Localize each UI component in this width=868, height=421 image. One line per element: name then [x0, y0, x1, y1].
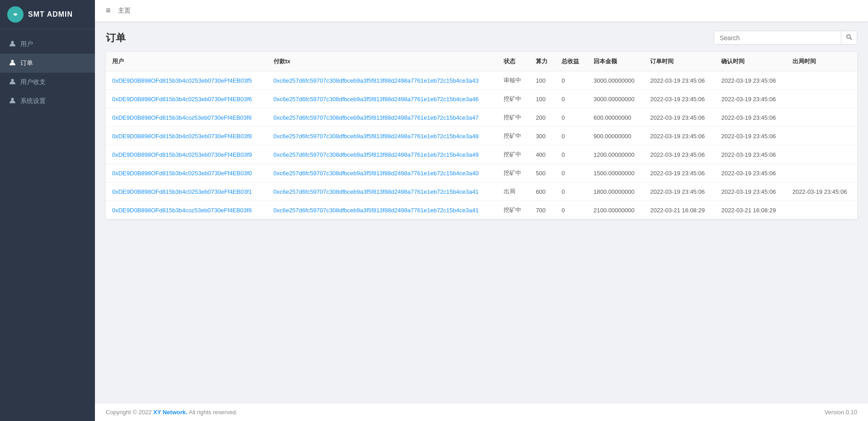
cell-tx[interactable]: 0xc6e257d6fc59707c308dfbceb9a3f5f813f88d… [267, 182, 498, 201]
cell-hashrate: 600 [529, 182, 555, 201]
table-row: 0xDE9D0B898OFd815b3b4c0253eb0730eFf4EB03… [106, 164, 857, 182]
cell-user[interactable]: 0xDE9D0B898OFd815b3b4c0253eb0730eFf4EB03… [106, 90, 267, 108]
cell-user[interactable]: 0xDE9D0B898OFd815b3b4coz53eb0730eFf4EB03… [106, 108, 267, 127]
cell-return-amount: 1200.00000000 [587, 145, 644, 164]
sidebar-item-settings-label: 系统设置 [20, 97, 46, 105]
orders-table-container: 用户 付款tx 状态 算力 总收益 回本金额 订单时间 确认时间 出局时间 0x… [106, 52, 857, 219]
cell-user[interactable]: 0xDE9D0B898OFd815b3b4c0253eb0730eFf4EB03… [106, 164, 267, 182]
cell-exit-time [786, 164, 857, 182]
cell-hashrate: 300 [529, 127, 555, 145]
col-tx: 付款tx [267, 52, 498, 71]
logo-text: SMT ADMIN [28, 10, 73, 19]
cell-return-amount: 1500.00000000 [587, 164, 644, 182]
svg-line-6 [850, 38, 852, 40]
cell-status: 挖矿中 [497, 108, 529, 127]
col-order-time: 订单时间 [644, 52, 715, 71]
col-total-income: 总收益 [555, 52, 587, 71]
topbar: ≡ 主页 [95, 0, 868, 22]
cell-exit-time [786, 71, 857, 90]
cell-status: 审核中 [497, 71, 529, 90]
cell-total-income: 0 [555, 182, 587, 201]
footer: Copyright © 2022 XY Network. All rights … [95, 403, 868, 421]
cell-exit-time [786, 90, 857, 108]
sidebar-item-user-income[interactable]: 用户收支 [0, 73, 95, 92]
search-button[interactable] [841, 31, 857, 44]
cell-confirm-time: 2022-03-21 16:08:29 [715, 201, 786, 220]
cell-tx[interactable]: 0xc6e257d6fc59707c308dfbceb9a3f5f813f88d… [267, 108, 498, 127]
cell-status: 挖矿中 [497, 164, 529, 182]
cell-status: 挖矿中 [497, 127, 529, 145]
col-status: 状态 [497, 52, 529, 71]
table-row: 0xDE9D0B898OFd815b3b4c0253eb0730eFf4EB03… [106, 90, 857, 108]
sidebar-item-user[interactable]: 用户 [0, 35, 95, 54]
cell-user[interactable]: 0xDE9D0B898OFd815b3b4c0253eb0730eFf4EB03… [106, 145, 267, 164]
cell-confirm-time: 2022-03-19 23:45:06 [715, 164, 786, 182]
cell-exit-time [786, 127, 857, 145]
order-icon [9, 59, 16, 67]
cell-tx[interactable]: 0xc6e257d6fc59707c308dfbceb9a3f5f813f88d… [267, 71, 498, 90]
cell-tx[interactable]: 0xc6e257d6fc59707c308dfbceb9a3f5f813f88d… [267, 90, 498, 108]
cell-exit-time [786, 108, 857, 127]
svg-point-1 [11, 41, 14, 44]
svg-point-4 [11, 98, 14, 101]
logo-icon [7, 6, 24, 23]
footer-copyright: Copyright © 2022 XY Network. All rights … [106, 409, 237, 416]
cell-order-time: 2022-03-19 23:45:06 [644, 108, 715, 127]
page-title: 订单 [106, 31, 126, 45]
cell-exit-time [786, 201, 857, 220]
income-icon [9, 78, 16, 86]
cell-hashrate: 100 [529, 71, 555, 90]
cell-confirm-time: 2022-03-19 23:45:06 [715, 108, 786, 127]
cell-order-time: 2022-03-19 23:45:06 [644, 145, 715, 164]
cell-total-income: 0 [555, 127, 587, 145]
cell-exit-time [786, 145, 857, 164]
col-return-amount: 回本金额 [587, 52, 644, 71]
footer-brand: XY Network. [153, 409, 188, 416]
cell-total-income: 0 [555, 108, 587, 127]
cell-return-amount: 3000.00000000 [587, 71, 644, 90]
sidebar-nav: 用户 订单 用户收支 [0, 29, 95, 421]
cell-user[interactable]: 0xDE9D0B898OFd815b3b4c0253eb0730eFf4EB03… [106, 71, 267, 90]
svg-point-5 [847, 35, 850, 38]
search-box [714, 31, 857, 45]
cell-tx[interactable]: 0xc6e257d6fc59707c308dfbceb9a3f5f813f88d… [267, 164, 498, 182]
cell-tx[interactable]: 0xc6e257d6fc59707c308dfbceb9a3f5f813f88d… [267, 201, 498, 220]
search-input[interactable] [714, 32, 841, 44]
cell-status: 挖矿中 [497, 145, 529, 164]
cell-return-amount: 3000.00000000 [587, 90, 644, 108]
cell-order-time: 2022-03-19 23:45:06 [644, 127, 715, 145]
cell-status: 出局 [497, 182, 529, 201]
cell-hashrate: 400 [529, 145, 555, 164]
hamburger-icon[interactable]: ≡ [106, 6, 111, 15]
cell-tx[interactable]: 0xc6e257d6fc59707c308dfbceb9a3f5f813f88d… [267, 145, 498, 164]
sidebar: SMT ADMIN 用户 订单 [0, 0, 95, 421]
col-exit-time: 出局时间 [786, 52, 857, 71]
cell-order-time: 2022-03-19 23:45:06 [644, 182, 715, 201]
cell-user[interactable]: 0xDE9D0B898OFd815b3b4coz53eb0730eFf4EB03… [106, 201, 267, 220]
page-header: 订单 [106, 31, 857, 45]
cell-status: 挖矿中 [497, 90, 529, 108]
svg-point-3 [11, 79, 14, 82]
cell-user[interactable]: 0xDE9D0B898OFd815b3b4c0253eb0730eFf4EB03… [106, 182, 267, 201]
cell-tx[interactable]: 0xc6e257d6fc59707c308dfbceb9a3f5f813f88d… [267, 127, 498, 145]
cell-total-income: 0 [555, 164, 587, 182]
cell-order-time: 2022-03-19 23:45:06 [644, 71, 715, 90]
col-hashrate: 算力 [529, 52, 555, 71]
sidebar-item-settings[interactable]: 系统设置 [0, 92, 95, 111]
cell-total-income: 0 [555, 145, 587, 164]
cell-confirm-time: 2022-03-19 23:45:06 [715, 182, 786, 201]
cell-user[interactable]: 0xDE9D0B898OFd815b3b4c0253eb0730eFf4EB03… [106, 127, 267, 145]
sidebar-logo: SMT ADMIN [0, 0, 95, 29]
cell-confirm-time: 2022-03-19 23:45:06 [715, 71, 786, 90]
table-row: 0xDE9D0B898OFd815b3b4c0253eb0730eFf4EB03… [106, 145, 857, 164]
cell-return-amount: 900.00000000 [587, 127, 644, 145]
footer-version: Version 0.10 [825, 409, 857, 416]
table-body: 0xDE9D0B898OFd815b3b4c0253eb0730eFf4EB03… [106, 71, 857, 220]
cell-confirm-time: 2022-03-19 23:45:06 [715, 145, 786, 164]
cell-order-time: 2022-03-19 23:45:06 [644, 90, 715, 108]
sidebar-item-order[interactable]: 订单 [0, 54, 95, 73]
table-row: 0xDE9D0B898OFd815b3b4c0253eb0730eFf4EB03… [106, 127, 857, 145]
cell-order-time: 2022-03-21 16:08:29 [644, 201, 715, 220]
cell-return-amount: 600.00000000 [587, 108, 644, 127]
orders-table: 用户 付款tx 状态 算力 总收益 回本金额 订单时间 确认时间 出局时间 0x… [106, 52, 857, 219]
